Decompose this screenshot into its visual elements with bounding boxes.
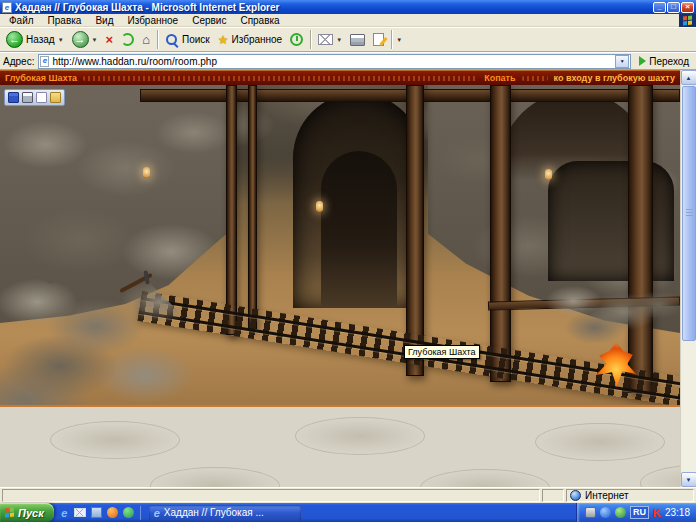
start-button[interactable]: Пуск (0, 503, 54, 522)
status-bar: Интернет (0, 487, 696, 503)
task-label: Хаддан // Глубокая ... (164, 507, 264, 518)
ie-quicklaunch-icon[interactable]: e (58, 506, 71, 519)
zone-label: Интернет (585, 490, 629, 501)
dig-link[interactable]: Копать (484, 73, 515, 83)
refresh-icon (121, 33, 134, 46)
lantern-icon (143, 167, 150, 178)
messenger-icon[interactable] (123, 507, 134, 518)
history-icon (290, 33, 303, 46)
entrance-link[interactable]: ко входу в глубокую шахту (554, 73, 675, 83)
media-player-icon[interactable] (107, 507, 118, 518)
mail-icon (318, 34, 333, 45)
mail-button[interactable]: ▼ (315, 32, 345, 47)
watermark-logo (295, 417, 425, 455)
address-input[interactable] (52, 55, 612, 68)
go-button[interactable]: Переход (635, 53, 693, 69)
home-icon: ⌂ (142, 33, 150, 46)
menu-help[interactable]: Справка (233, 14, 286, 27)
mine-scene[interactable]: Глубокая Шахта (0, 85, 680, 407)
status-progress-cell (542, 489, 564, 502)
room-title: Глубокая Шахта (5, 73, 77, 83)
home-button[interactable]: ⌂ (139, 31, 153, 48)
window-titlebar[interactable]: e Хаддан // Глубокая Шахта - Microsoft I… (0, 0, 696, 14)
taskbar: Пуск e e Хаддан // Глубокая ... RU K 23:… (0, 503, 696, 522)
print-icon[interactable] (22, 92, 33, 103)
minimize-button[interactable]: _ (653, 2, 666, 13)
search-button[interactable]: Поиск (162, 31, 213, 49)
taskbar-clock[interactable]: 23:18 (665, 507, 690, 518)
game-header-bar: Глубокая Шахта Копать ко входу в глубоку… (0, 71, 680, 85)
tunnel-arch (293, 93, 423, 308)
header-ornament (83, 76, 478, 81)
address-field[interactable]: e ▼ (38, 54, 631, 69)
go-arrow-icon (639, 56, 646, 66)
go-label: Переход (649, 56, 689, 67)
favorites-label: Избранное (232, 34, 283, 45)
show-desktop-icon[interactable] (91, 507, 102, 518)
toolbar-overflow-icon[interactable]: ▼ (396, 37, 402, 43)
back-label: Назад (26, 34, 55, 45)
print-button[interactable] (347, 32, 368, 48)
browser-toolbar: ← Назад ▼ → ▼ × ⌂ Поиск ★ Избранное ▼ ▼ (0, 27, 696, 52)
watermark-logo (50, 421, 180, 459)
window-title: Хаддан // Глубокая Шахта - Microsoft Int… (15, 2, 650, 13)
copy-icon[interactable] (36, 92, 47, 103)
scene-mini-toolbar (4, 89, 65, 106)
scroll-up-icon[interactable]: ▲ (681, 70, 696, 85)
menu-edit[interactable]: Правка (41, 14, 89, 27)
save-icon[interactable] (8, 92, 19, 103)
window-controls: _ □ × (653, 2, 694, 13)
watermark-logo (640, 464, 680, 488)
start-label: Пуск (18, 507, 44, 519)
address-dropdown-icon[interactable]: ▼ (615, 55, 629, 68)
back-arrow-icon: ← (6, 31, 23, 48)
tray-volume-icon[interactable] (615, 507, 626, 518)
menu-tools[interactable]: Сервис (185, 14, 233, 27)
menu-view[interactable]: Вид (88, 14, 120, 27)
tray-network-icon[interactable] (600, 507, 611, 518)
menu-favorites[interactable]: Избранное (120, 14, 185, 27)
wooden-beam (628, 85, 653, 393)
back-button[interactable]: ← Назад ▼ (3, 29, 67, 50)
page-icon: e (40, 56, 49, 67)
menu-file[interactable]: Файл (2, 14, 41, 27)
task-ie-icon: e (154, 507, 160, 519)
language-indicator[interactable]: RU (630, 506, 649, 519)
favorites-button[interactable]: ★ Избранное (215, 32, 285, 48)
forward-button[interactable]: → ▼ (69, 29, 101, 50)
scroll-down-icon[interactable]: ▼ (681, 472, 696, 487)
tray-device-icon[interactable] (585, 507, 596, 518)
lantern-icon (316, 201, 323, 212)
lantern-icon (545, 169, 552, 180)
stop-button[interactable]: × (103, 31, 117, 48)
back-dropdown-icon[interactable]: ▼ (58, 37, 64, 43)
status-message-cell (2, 489, 540, 502)
browser-viewport: Глубокая Шахта Копать ко входу в глубоку… (0, 70, 696, 487)
forward-dropdown-icon[interactable]: ▼ (92, 37, 98, 43)
status-zone-cell: Интернет (566, 489, 694, 502)
header-ornament (522, 76, 548, 81)
close-button[interactable]: × (681, 2, 694, 13)
refresh-button[interactable] (118, 31, 137, 48)
mail-dropdown-icon[interactable]: ▼ (336, 37, 342, 43)
vertical-scrollbar[interactable]: ▲ ▼ (680, 70, 696, 487)
antivirus-icon[interactable]: K (653, 507, 661, 519)
taskbar-task-button[interactable]: e Хаддан // Глубокая ... (149, 505, 301, 521)
edit-button[interactable] (370, 31, 387, 48)
stop-icon: × (106, 33, 114, 46)
mail-quicklaunch-icon[interactable] (74, 508, 86, 517)
maximize-button[interactable]: □ (667, 2, 680, 13)
scrollbar-thumb[interactable] (682, 86, 696, 341)
quick-launch: e (54, 506, 147, 520)
game-page: Глубокая Шахта Копать ко входу в глубоку… (0, 70, 680, 487)
search-icon (165, 33, 179, 47)
edit-icon (373, 33, 384, 46)
history-button[interactable] (287, 31, 306, 48)
address-bar: Адрес: e ▼ Переход (0, 52, 696, 70)
wooden-beam (248, 85, 257, 329)
quicklaunch-separator (140, 506, 141, 520)
watermark-logo (535, 423, 665, 461)
page-lower-area (0, 409, 680, 488)
folder-icon[interactable] (50, 92, 61, 103)
globe-icon (570, 490, 581, 501)
